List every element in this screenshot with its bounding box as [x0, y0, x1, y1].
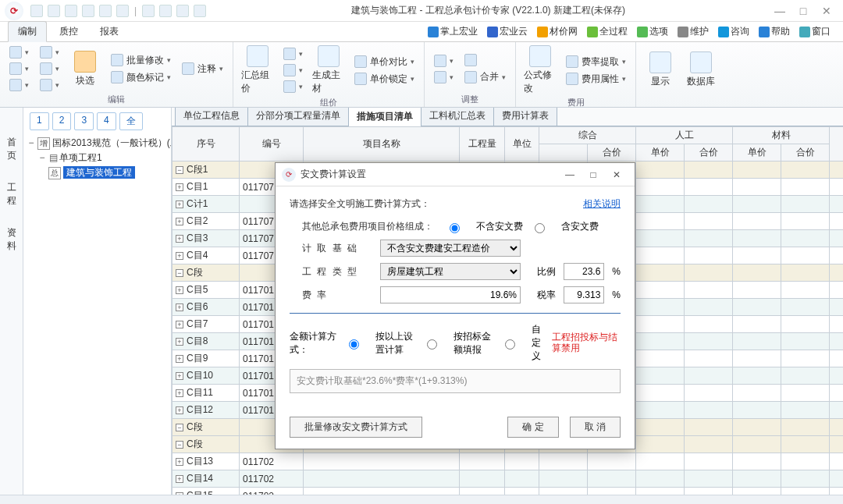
- menutab-report[interactable]: 报表: [91, 22, 128, 41]
- select-type[interactable]: 房屋建筑工程: [380, 263, 521, 280]
- qa-saveall-icon[interactable]: [82, 5, 94, 17]
- btn-a2[interactable]: ▾: [432, 70, 455, 84]
- btn-a1[interactable]: ▾: [432, 54, 455, 68]
- input-tax[interactable]: [564, 286, 604, 303]
- btn-ftq[interactable]: 费率提取▾: [564, 55, 628, 69]
- toplink-xx[interactable]: 选项: [632, 23, 673, 40]
- dialog-help-link[interactable]: 相关说明: [583, 197, 621, 211]
- toplink-zsyh[interactable]: 掌上宏业: [423, 23, 482, 40]
- btn-copy[interactable]: ▾: [8, 62, 30, 76]
- subtab-info[interactable]: 单位工程信息: [175, 108, 248, 126]
- toplink-qgc[interactable]: 全过程: [582, 23, 632, 40]
- toplink-wh[interactable]: 维护: [673, 23, 713, 40]
- numtab-all[interactable]: 全: [119, 112, 143, 130]
- qa-redo-icon[interactable]: [116, 5, 129, 17]
- btn-cancel[interactable]: 取 消: [570, 417, 621, 438]
- btn-hebing[interactable]: 合并▾: [463, 69, 507, 84]
- sidenav-data[interactable]: 资料: [4, 222, 20, 257]
- qa-refresh-icon[interactable]: [142, 5, 155, 17]
- qa-export-icon[interactable]: [159, 5, 172, 17]
- radio-calc-settings[interactable]: 按以上设置计算: [345, 330, 415, 357]
- btn-a3[interactable]: [463, 53, 507, 67]
- tree-l1[interactable]: −▤单项工程1 总建筑与装饰工程: [37, 150, 168, 183]
- subtab-itemlist[interactable]: 分部分项工程量清单: [247, 108, 349, 126]
- window-max-button[interactable]: □: [791, 5, 815, 17]
- project-tree[interactable]: −增国标2013规范（一般计税）(工 −▤单项工程1 总建筑与装饰工程: [27, 135, 168, 184]
- subtab-material[interactable]: 工料机汇总表: [421, 108, 494, 126]
- dialog-titlebar[interactable]: ⟳ 安文费计算设置 — □ ✕: [276, 163, 635, 186]
- btn-sczc[interactable]: 生成主材: [312, 45, 345, 95]
- numtab-4[interactable]: 4: [97, 112, 116, 130]
- btn-djsd[interactable]: 单价锁定▾: [353, 72, 416, 87]
- qa-open-icon[interactable]: [48, 5, 60, 17]
- btn-ysbj[interactable]: 颜色标记▾: [109, 70, 173, 85]
- th-gcl[interactable]: 工程量: [460, 127, 505, 161]
- btn-sjk[interactable]: 数据库: [685, 51, 717, 88]
- table-row[interactable]: +C目13011702: [173, 453, 844, 470]
- qa-print-icon[interactable]: [176, 5, 189, 17]
- window-min-button[interactable]: —: [768, 5, 791, 17]
- radio-comp-exclude[interactable]: 不含安文费: [446, 220, 523, 233]
- th-dw[interactable]: 单位: [505, 127, 539, 161]
- radio-calc-custom[interactable]: 自定义: [501, 323, 544, 363]
- dialog-min-button[interactable]: —: [558, 169, 582, 180]
- toplink-zx[interactable]: 咨询: [713, 23, 754, 40]
- input-rate[interactable]: [380, 286, 521, 303]
- window-close-button[interactable]: ✕: [815, 5, 838, 17]
- btn-batch-modify[interactable]: 批量修改安文费计算方式: [290, 417, 422, 438]
- th-bh[interactable]: 编号: [240, 127, 304, 161]
- btn-kuaixuan[interactable]: 块选: [69, 51, 101, 87]
- th-cl[interactable]: 材料: [733, 127, 830, 144]
- numtab-1[interactable]: 1: [30, 112, 49, 130]
- menutab-qc[interactable]: 质控: [50, 22, 87, 41]
- th-rg-dj[interactable]: 单价: [636, 144, 685, 161]
- th-xh[interactable]: 序号: [173, 127, 240, 161]
- tree-l2[interactable]: 总建筑与装饰工程: [48, 165, 168, 181]
- dialog-max-button[interactable]: □: [582, 169, 605, 180]
- btn-zj2[interactable]: ▾: [282, 63, 304, 77]
- qa-new-icon[interactable]: [30, 5, 43, 17]
- th-rg-hj[interactable]: 合价: [685, 144, 733, 161]
- btn-zj3[interactable]: ▾: [282, 80, 304, 94]
- btn-insert[interactable]: ▾: [38, 45, 61, 59]
- btn-zhushi[interactable]: 注释▾: [180, 62, 225, 76]
- th-cl-hj[interactable]: 合价: [781, 144, 830, 161]
- qa-settings-icon[interactable]: [194, 5, 206, 17]
- sidenav-home[interactable]: 首页: [4, 131, 20, 167]
- qa-save-icon[interactable]: [65, 5, 77, 17]
- th-cl-dj[interactable]: 单价: [733, 144, 781, 161]
- table-row[interactable]: +C目15011702: [173, 488, 844, 495]
- menutab-edit[interactable]: 编制: [8, 21, 47, 42]
- toplink-ck[interactable]: 窗口: [795, 23, 835, 40]
- toplink-hyy[interactable]: 宏业云: [482, 23, 532, 40]
- subtab-fee[interactable]: 费用计算表: [493, 108, 557, 126]
- th-rg[interactable]: 人工: [636, 127, 733, 144]
- btn-plxg[interactable]: 批量修改▾: [109, 53, 173, 68]
- btn-paste[interactable]: ▾: [8, 78, 30, 92]
- btn-gsxz[interactable]: 公式修改: [524, 45, 557, 95]
- btn-djdb[interactable]: 单价对比▾: [353, 55, 416, 69]
- btn-hzzj[interactable]: 汇总组价: [241, 45, 274, 95]
- tree-root[interactable]: −增国标2013规范（一般计税）(工 −▤单项工程1 总建筑与装饰工程: [27, 135, 168, 184]
- th-more[interactable]: [830, 127, 844, 161]
- select-base[interactable]: 不含安文费建安工程造价: [380, 240, 521, 257]
- qa-undo-icon[interactable]: [99, 5, 112, 17]
- table-row[interactable]: +C目14011702: [173, 470, 844, 488]
- input-ratio[interactable]: [564, 263, 604, 280]
- subtab-measure[interactable]: 措施项目清单: [348, 108, 422, 126]
- numtab-2[interactable]: 2: [52, 112, 72, 130]
- th-zh-dj[interactable]: [539, 144, 588, 161]
- btn-zj1[interactable]: ▾: [282, 47, 304, 61]
- radio-calc-bid[interactable]: 按招标金额填报: [423, 330, 493, 357]
- th-zh[interactable]: 综合: [539, 127, 636, 144]
- btn-ok[interactable]: 确 定: [507, 417, 558, 438]
- btn-cut[interactable]: ▾: [8, 45, 30, 59]
- btn-delete[interactable]: ▾: [38, 62, 61, 76]
- toplink-bz[interactable]: 帮助: [754, 23, 795, 40]
- btn-fysx[interactable]: 费用属性▾: [564, 72, 628, 87]
- sidenav-project[interactable]: 工程: [4, 176, 20, 212]
- btn-find[interactable]: ▾: [38, 78, 61, 92]
- th-zh-hj[interactable]: 合价: [588, 144, 636, 161]
- toplink-cjw[interactable]: 材价网: [532, 23, 582, 40]
- dialog-close-button[interactable]: ✕: [605, 169, 628, 180]
